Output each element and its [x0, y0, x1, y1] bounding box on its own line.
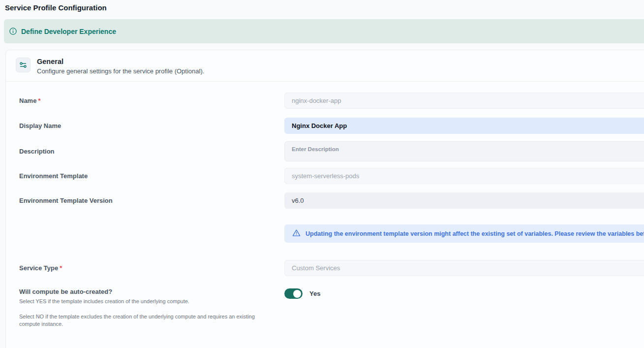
warning-row: Updating the environment template versio…: [19, 224, 644, 243]
general-section-titles: General Configure general settings for t…: [37, 58, 204, 75]
auto-compute-label-block: Will compute be auto-created? Select YES…: [19, 288, 284, 328]
info-circle-icon: [9, 28, 17, 35]
warning-triangle-icon: [292, 229, 301, 239]
name-label: Name*: [19, 97, 284, 104]
warning-text: Updating the environment template versio…: [306, 230, 644, 237]
step-banner: Define Developer Experience: [4, 19, 644, 43]
page: Service Profile Configuration Define Dev…: [0, 0, 644, 348]
auto-compute-label: Will compute be auto-created?: [19, 288, 284, 295]
environment-template-version-select[interactable]: [284, 192, 644, 209]
field-row-service-type: Service Type*: [19, 260, 644, 276]
description-textarea[interactable]: [284, 141, 644, 161]
field-row-environment-template: Environment Template: [19, 168, 644, 184]
general-section-header: General Configure general settings for t…: [6, 50, 644, 82]
auto-compute-toggle[interactable]: [284, 288, 303, 299]
general-form: Name* Display Name Description Environme…: [6, 82, 644, 348]
auto-compute-toggle-wrap: Yes: [284, 288, 644, 299]
display-name-label: Display Name: [19, 122, 284, 129]
description-label: Description: [19, 148, 284, 155]
section-title: General: [37, 58, 204, 65]
required-marker: *: [60, 264, 62, 272]
service-type-input[interactable]: [284, 260, 644, 276]
page-title: Service Profile Configuration: [0, 0, 644, 12]
step-banner-title: Define Developer Experience: [21, 28, 116, 35]
environment-template-label: Environment Template: [19, 172, 284, 180]
auto-compute-helper-no: Select NO if the template excludes the c…: [19, 313, 275, 328]
environment-template-input[interactable]: [284, 168, 644, 184]
toggle-knob: [293, 290, 301, 298]
general-section-card: General Configure general settings for t…: [5, 50, 644, 348]
field-row-description: Description: [19, 141, 644, 161]
section-subtitle: Configure general settings for the servi…: [37, 67, 204, 75]
version-warning-banner: Updating the environment template versio…: [284, 224, 644, 243]
field-row-environment-template-version: Environment Template Version: [19, 192, 644, 209]
auto-compute-toggle-state: Yes: [309, 290, 320, 297]
sliders-icon: [16, 58, 31, 72]
name-input[interactable]: [284, 93, 644, 109]
display-name-input[interactable]: [284, 118, 644, 134]
field-row-auto-compute: Will compute be auto-created? Select YES…: [19, 288, 644, 328]
required-marker: *: [38, 97, 40, 104]
environment-template-version-label: Environment Template Version: [19, 197, 284, 204]
field-row-display-name: Display Name: [19, 118, 644, 134]
field-row-name: Name*: [19, 93, 644, 109]
service-type-label: Service Type*: [19, 264, 284, 272]
auto-compute-helper-yes: Select YES if the template includes crea…: [19, 298, 275, 305]
